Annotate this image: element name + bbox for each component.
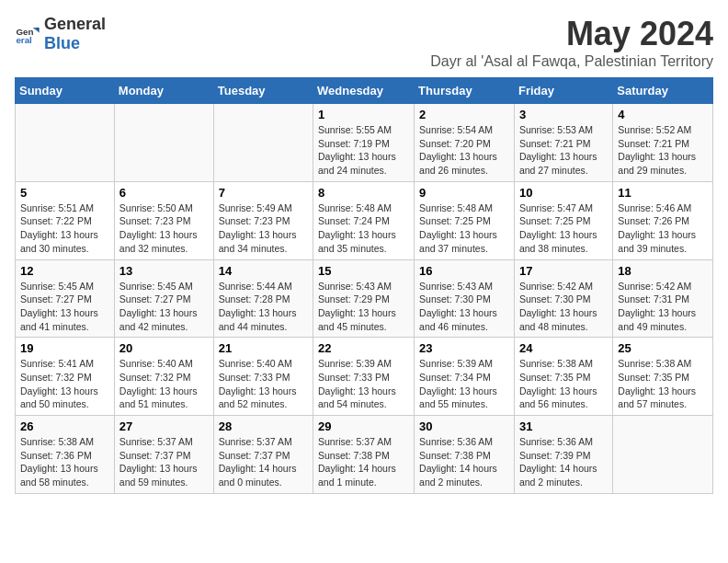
day-info: Sunrise: 5:46 AM Sunset: 7:26 PM Dayligh…: [618, 201, 708, 256]
week-row-4: 19Sunrise: 5:41 AM Sunset: 7:32 PM Dayli…: [16, 338, 713, 416]
day-number: 14: [219, 264, 308, 278]
day-info: Sunrise: 5:36 AM Sunset: 7:39 PM Dayligh…: [519, 435, 608, 489]
calendar-cell: 22Sunrise: 5:39 AM Sunset: 7:33 PM Dayli…: [313, 338, 415, 416]
day-number: 20: [119, 341, 209, 355]
day-info: Sunrise: 5:38 AM Sunset: 7:35 PM Dayligh…: [618, 357, 708, 411]
calendar-cell: 10Sunrise: 5:47 AM Sunset: 7:25 PM Dayli…: [514, 181, 612, 259]
day-info: Sunrise: 5:55 AM Sunset: 7:19 PM Dayligh…: [318, 123, 409, 178]
day-number: 8: [318, 186, 409, 200]
calendar-table: SundayMondayTuesdayWednesdayThursdayFrid…: [15, 77, 713, 494]
day-number: 6: [119, 186, 209, 200]
day-info: Sunrise: 5:42 AM Sunset: 7:30 PM Dayligh…: [519, 280, 608, 334]
logo-text-blue: Blue: [44, 34, 80, 52]
calendar-cell: 21Sunrise: 5:40 AM Sunset: 7:33 PM Dayli…: [213, 338, 313, 416]
day-info: Sunrise: 5:41 AM Sunset: 7:32 PM Dayligh…: [20, 357, 109, 411]
calendar-cell: 13Sunrise: 5:45 AM Sunset: 7:27 PM Dayli…: [114, 259, 213, 338]
calendar-cell: 12Sunrise: 5:45 AM Sunset: 7:27 PM Dayli…: [16, 259, 115, 338]
calendar-cell: 31Sunrise: 5:36 AM Sunset: 7:39 PM Dayli…: [514, 416, 612, 494]
logo-icon: Gen eral: [15, 21, 40, 47]
day-info: Sunrise: 5:39 AM Sunset: 7:33 PM Dayligh…: [318, 357, 409, 411]
day-number: 13: [119, 264, 209, 278]
day-info: Sunrise: 5:50 AM Sunset: 7:23 PM Dayligh…: [119, 201, 209, 256]
header-cell-tuesday: Tuesday: [213, 78, 313, 104]
header-cell-sunday: Sunday: [16, 78, 115, 104]
day-number: 18: [618, 264, 708, 278]
day-info: Sunrise: 5:51 AM Sunset: 7:22 PM Dayligh…: [20, 201, 109, 256]
calendar-cell: 24Sunrise: 5:38 AM Sunset: 7:35 PM Dayli…: [514, 338, 612, 416]
day-info: Sunrise: 5:42 AM Sunset: 7:31 PM Dayligh…: [618, 280, 708, 334]
calendar-cell: 27Sunrise: 5:37 AM Sunset: 7:37 PM Dayli…: [114, 416, 213, 494]
calendar-cell: 6Sunrise: 5:50 AM Sunset: 7:23 PM Daylig…: [114, 181, 213, 259]
day-number: 4: [618, 108, 708, 121]
calendar-cell: 26Sunrise: 5:38 AM Sunset: 7:36 PM Dayli…: [16, 416, 115, 494]
calendar-cell: 15Sunrise: 5:43 AM Sunset: 7:29 PM Dayli…: [313, 259, 415, 338]
day-number: 2: [419, 108, 509, 121]
day-info: Sunrise: 5:40 AM Sunset: 7:33 PM Dayligh…: [219, 357, 308, 411]
day-number: 26: [20, 419, 109, 433]
calendar-cell: 20Sunrise: 5:40 AM Sunset: 7:32 PM Dayli…: [114, 338, 213, 416]
day-info: Sunrise: 5:48 AM Sunset: 7:25 PM Dayligh…: [419, 201, 509, 256]
logo: Gen eral General Blue: [15, 15, 106, 53]
calendar-cell: 11Sunrise: 5:46 AM Sunset: 7:26 PM Dayli…: [613, 181, 713, 259]
header-cell-saturday: Saturday: [613, 78, 713, 104]
header-cell-wednesday: Wednesday: [313, 78, 415, 104]
day-info: Sunrise: 5:38 AM Sunset: 7:35 PM Dayligh…: [519, 357, 608, 411]
day-number: 25: [618, 341, 708, 355]
calendar-cell: 18Sunrise: 5:42 AM Sunset: 7:31 PM Dayli…: [613, 259, 713, 338]
day-number: 21: [219, 341, 308, 355]
calendar-cell: 29Sunrise: 5:37 AM Sunset: 7:38 PM Dayli…: [313, 416, 415, 494]
calendar-cell: 7Sunrise: 5:49 AM Sunset: 7:23 PM Daylig…: [213, 181, 313, 259]
svg-text:eral: eral: [16, 35, 32, 45]
calendar-cell: 28Sunrise: 5:37 AM Sunset: 7:37 PM Dayli…: [213, 416, 313, 494]
header-row: SundayMondayTuesdayWednesdayThursdayFrid…: [16, 78, 713, 104]
day-info: Sunrise: 5:45 AM Sunset: 7:27 PM Dayligh…: [20, 280, 109, 334]
header-cell-monday: Monday: [114, 78, 213, 104]
calendar-cell: 8Sunrise: 5:48 AM Sunset: 7:24 PM Daylig…: [313, 181, 415, 259]
calendar-cell: 25Sunrise: 5:38 AM Sunset: 7:35 PM Dayli…: [613, 338, 713, 416]
day-info: Sunrise: 5:48 AM Sunset: 7:24 PM Dayligh…: [318, 201, 409, 256]
day-info: Sunrise: 5:44 AM Sunset: 7:28 PM Dayligh…: [219, 280, 308, 334]
calendar-cell: [613, 416, 713, 494]
day-number: 30: [419, 419, 509, 433]
calendar-cell: 5Sunrise: 5:51 AM Sunset: 7:22 PM Daylig…: [16, 181, 115, 259]
day-info: Sunrise: 5:43 AM Sunset: 7:30 PM Dayligh…: [419, 280, 509, 334]
day-number: 9: [419, 186, 509, 200]
calendar-cell: 23Sunrise: 5:39 AM Sunset: 7:34 PM Dayli…: [415, 338, 515, 416]
day-number: 1: [318, 108, 409, 121]
day-number: 22: [318, 341, 409, 355]
day-info: Sunrise: 5:53 AM Sunset: 7:21 PM Dayligh…: [519, 123, 608, 178]
day-info: Sunrise: 5:47 AM Sunset: 7:25 PM Dayligh…: [519, 201, 608, 256]
day-number: 23: [419, 341, 509, 355]
day-number: 27: [119, 419, 209, 433]
day-number: 24: [519, 341, 608, 355]
day-number: 29: [318, 419, 409, 433]
day-info: Sunrise: 5:49 AM Sunset: 7:23 PM Dayligh…: [219, 201, 308, 256]
calendar-cell: 14Sunrise: 5:44 AM Sunset: 7:28 PM Dayli…: [213, 259, 313, 338]
calendar-cell: 19Sunrise: 5:41 AM Sunset: 7:32 PM Dayli…: [16, 338, 115, 416]
day-info: Sunrise: 5:40 AM Sunset: 7:32 PM Dayligh…: [119, 357, 209, 411]
day-info: Sunrise: 5:37 AM Sunset: 7:37 PM Dayligh…: [119, 435, 209, 489]
calendar-cell: [213, 104, 313, 182]
calendar-cell: 30Sunrise: 5:36 AM Sunset: 7:38 PM Dayli…: [415, 416, 515, 494]
day-info: Sunrise: 5:52 AM Sunset: 7:21 PM Dayligh…: [618, 123, 708, 178]
week-row-1: 1Sunrise: 5:55 AM Sunset: 7:19 PM Daylig…: [16, 104, 713, 182]
calendar-cell: [114, 104, 213, 182]
subtitle: Dayr al 'Asal al Fawqa, Palestinian Terr…: [430, 53, 713, 70]
day-number: 10: [519, 186, 608, 200]
calendar-cell: 17Sunrise: 5:42 AM Sunset: 7:30 PM Dayli…: [514, 259, 612, 338]
header-cell-friday: Friday: [514, 78, 612, 104]
day-number: 19: [20, 341, 109, 355]
day-number: 12: [20, 264, 109, 278]
calendar-cell: 2Sunrise: 5:54 AM Sunset: 7:20 PM Daylig…: [415, 104, 515, 182]
day-number: 28: [219, 419, 308, 433]
week-row-3: 12Sunrise: 5:45 AM Sunset: 7:27 PM Dayli…: [16, 259, 713, 338]
week-row-2: 5Sunrise: 5:51 AM Sunset: 7:22 PM Daylig…: [16, 181, 713, 259]
day-info: Sunrise: 5:39 AM Sunset: 7:34 PM Dayligh…: [419, 357, 509, 411]
week-row-5: 26Sunrise: 5:38 AM Sunset: 7:36 PM Dayli…: [16, 416, 713, 494]
day-number: 5: [20, 186, 109, 200]
day-number: 17: [519, 264, 608, 278]
day-info: Sunrise: 5:38 AM Sunset: 7:36 PM Dayligh…: [20, 435, 109, 489]
title-block: May 2024 Dayr al 'Asal al Fawqa, Palesti…: [430, 15, 713, 70]
header-cell-thursday: Thursday: [415, 78, 515, 104]
day-info: Sunrise: 5:36 AM Sunset: 7:38 PM Dayligh…: [419, 435, 509, 489]
